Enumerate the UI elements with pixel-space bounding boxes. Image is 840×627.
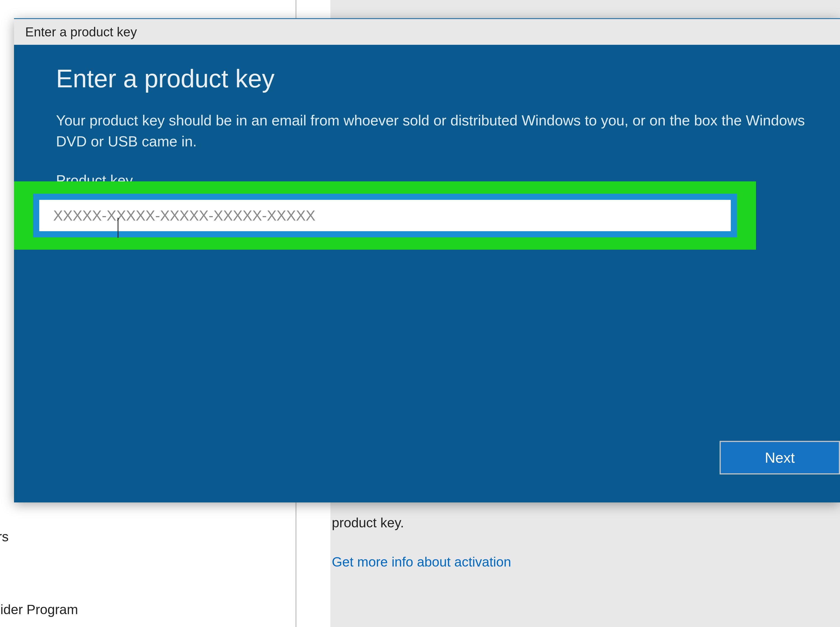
text-cursor [118,218,118,238]
content-text-fragment: product key. [332,515,404,531]
sidebar-item[interactable]: s Insider Program [0,596,78,623]
activation-info-link[interactable]: Get more info about activation [332,554,511,570]
input-focus-border [33,194,737,237]
highlight-annotation [14,181,756,250]
dialog-title: Enter a product key [25,24,137,39]
input-wrapper [39,200,731,231]
dialog-body: Enter a product key Your product key sho… [14,45,840,503]
dialog-heading: Enter a product key [56,65,806,93]
dialog-titlebar: Enter a product key [14,19,840,45]
product-key-input[interactable] [39,200,731,231]
sidebar-item[interactable]: lopers [0,523,9,550]
product-key-dialog: Enter a product key Enter a product key … [14,18,840,503]
dialog-description: Your product key should be in an email f… [56,110,806,152]
next-button[interactable]: Next [720,441,840,474]
